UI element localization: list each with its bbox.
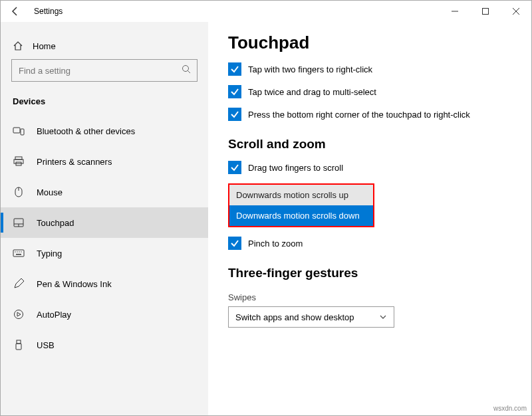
svg-point-18 (21, 251, 21, 252)
svg-rect-19 (16, 254, 21, 255)
usb-icon (13, 339, 25, 351)
scroll-direction-dropdown[interactable]: Downwards motion scrolls up Downwards mo… (228, 183, 374, 227)
home-link[interactable]: Home (1, 35, 208, 59)
content-panel: Touchpad Tap with two fingers to right-c… (208, 22, 531, 415)
three-finger-heading: Three-finger gestures (228, 266, 511, 280)
chevron-down-icon (379, 313, 387, 321)
checkbox-icon (228, 108, 241, 121)
watermark: wsxdn.com (493, 405, 527, 412)
devices-icon (13, 125, 25, 137)
checkbox-label: Pinch to zoom (248, 239, 303, 249)
sidebar-item-usb[interactable]: USB (1, 330, 208, 360)
sidebar-item-label: Mouse (37, 187, 63, 197)
section-header: Devices (1, 94, 208, 116)
sidebar-item-bluetooth[interactable]: Bluetooth & other devices (1, 116, 208, 146)
svg-point-15 (15, 251, 15, 252)
window-title: Settings (34, 7, 63, 16)
svg-rect-14 (13, 250, 24, 257)
dropdown-option-scrolls-down[interactable]: Downwards motion scrolls down (229, 205, 373, 226)
checkbox-label: Tap twice and drag to multi-select (248, 87, 376, 97)
svg-line-3 (188, 71, 191, 74)
checkbox-label: Tap with two fingers to right-click (248, 64, 372, 74)
checkbox-icon (228, 62, 241, 76)
sidebar-item-label: Pen & Windows Ink (37, 279, 112, 289)
checkbox-pinch-zoom[interactable]: Pinch to zoom (228, 237, 511, 250)
close-button[interactable] (501, 1, 531, 22)
svg-rect-4 (13, 128, 20, 133)
svg-rect-6 (15, 157, 22, 159)
checkbox-icon (228, 237, 241, 250)
sidebar-item-label: Typing (37, 249, 62, 259)
back-button[interactable] (9, 5, 22, 18)
svg-rect-1 (483, 9, 489, 15)
sidebar-item-label: Bluetooth & other devices (37, 126, 135, 136)
sidebar-item-pen[interactable]: Pen & Windows Ink (1, 268, 208, 299)
checkbox-label: Drag two fingers to scroll (248, 163, 343, 173)
sidebar-item-touchpad[interactable]: Touchpad (1, 207, 208, 238)
svg-point-2 (183, 66, 189, 72)
checkbox-icon (228, 85, 241, 98)
minimize-button[interactable] (440, 1, 470, 22)
sidebar-item-label: AutoPlay (37, 310, 71, 320)
svg-point-17 (19, 251, 19, 252)
search-input[interactable] (11, 59, 198, 82)
touchpad-icon (13, 217, 25, 229)
sidebar-item-printers[interactable]: Printers & scanners (1, 146, 208, 177)
checkbox-bottom-right-corner[interactable]: Press the bottom right corner of the tou… (228, 108, 511, 121)
maximize-button[interactable] (470, 1, 501, 22)
checkbox-label: Press the bottom right corner of the tou… (248, 110, 470, 120)
pen-icon (13, 278, 25, 290)
checkbox-two-finger-tap[interactable]: Tap with two fingers to right-click (228, 62, 511, 76)
mouse-icon (13, 186, 25, 198)
svg-rect-7 (14, 159, 23, 163)
scroll-zoom-heading: Scroll and zoom (228, 137, 511, 152)
swipes-value: Switch apps and show desktop (235, 312, 354, 322)
sidebar-item-typing[interactable]: Typing (1, 238, 208, 268)
swipes-label: Swipes (228, 292, 511, 302)
svg-point-16 (17, 251, 17, 252)
sidebar: Home Devices Bluetooth & other devices P… (1, 22, 208, 415)
sidebar-item-label: Touchpad (37, 218, 74, 228)
keyboard-icon (13, 247, 25, 259)
checkbox-icon (228, 161, 241, 174)
sidebar-item-mouse[interactable]: Mouse (1, 177, 208, 207)
checkbox-drag-two-fingers[interactable]: Drag two fingers to scroll (228, 161, 511, 174)
swipes-select[interactable]: Switch apps and show desktop (228, 306, 394, 328)
page-title: Touchpad (228, 33, 511, 53)
svg-rect-21 (17, 340, 21, 344)
home-icon (13, 41, 23, 51)
titlebar: Settings (1, 1, 531, 22)
autoplay-icon (13, 308, 25, 320)
dropdown-option-scrolls-up[interactable]: Downwards motion scrolls up (229, 185, 373, 205)
svg-rect-22 (16, 344, 21, 350)
home-label: Home (33, 41, 56, 51)
svg-rect-5 (21, 129, 24, 135)
printer-icon (13, 156, 25, 167)
sidebar-item-label: Printers & scanners (37, 157, 112, 167)
sidebar-item-label: USB (37, 340, 55, 350)
checkbox-tap-twice-drag[interactable]: Tap twice and drag to multi-select (228, 85, 511, 98)
svg-point-20 (15, 310, 23, 319)
search-icon (182, 64, 191, 74)
sidebar-item-autoplay[interactable]: AutoPlay (1, 299, 208, 330)
